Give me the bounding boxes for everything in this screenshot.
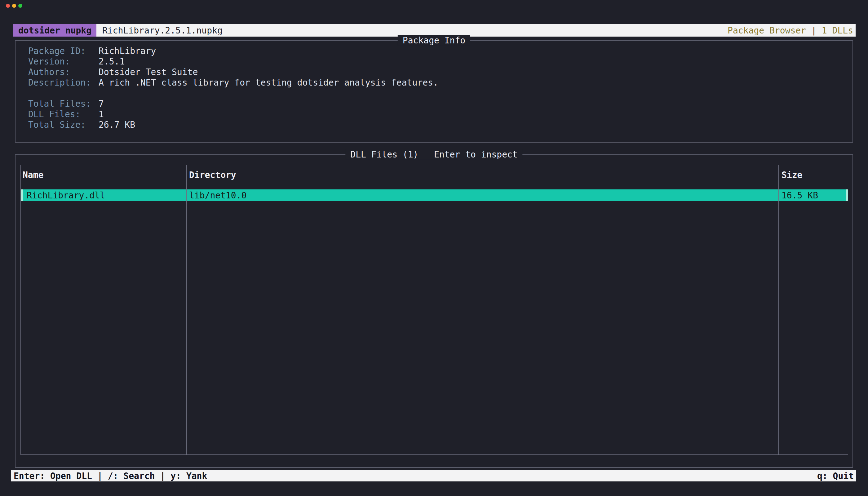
cell-dll-directory: lib/net10.0 — [186, 190, 778, 201]
column-header-size[interactable]: Size — [778, 170, 848, 180]
dll-files-panel: DLL Files (1) — Enter to inspect Name Di… — [15, 154, 853, 468]
field-value: A rich .NET class library for testing do… — [98, 78, 438, 88]
package-filename: RichLibrary.2.5.1.nupkg — [102, 26, 222, 36]
column-separator — [186, 165, 187, 454]
header-bar: dotsider nupkg RichLibrary.2.5.1.nupkg P… — [13, 24, 856, 36]
status-bar: Enter: Open DLL | /: Search | y: Yank q:… — [11, 470, 856, 481]
package-info-panel: Package Info Package ID:RichLibrary Vers… — [15, 40, 853, 143]
hint-separator: | — [97, 471, 103, 481]
cell-dll-size: 16.5 KB — [778, 190, 848, 201]
column-header-directory[interactable]: Directory — [186, 170, 778, 180]
field-package-id: Package ID:RichLibrary — [28, 46, 852, 57]
stat-total-size: Total Size:26.7 KB — [28, 120, 852, 130]
field-label: Authors: — [28, 67, 98, 78]
dll-table: Name Directory Size RichLibrary.dll lib/… — [20, 165, 848, 455]
field-value: RichLibrary — [98, 46, 156, 56]
minimize-icon[interactable] — [12, 4, 16, 8]
window-controls — [6, 4, 22, 8]
field-version: Version:2.5.1 — [28, 57, 852, 67]
stat-label: Total Size: — [28, 120, 98, 130]
header-separator: | — [811, 26, 817, 36]
package-info-title: Package Info — [398, 35, 470, 46]
hint-separator: | — [160, 471, 165, 481]
stat-total-files: Total Files:7 — [28, 98, 852, 109]
stat-label: Total Files: — [28, 98, 98, 109]
hint-open-dll[interactable]: Enter: Open DLL — [14, 471, 92, 481]
stat-value: 1 — [98, 109, 104, 119]
table-header-row: Name Directory Size — [21, 165, 848, 185]
header-title-bar: RichLibrary.2.5.1.nupkg Package Browser … — [96, 24, 856, 36]
dll-count-badge: 1 DLLs — [822, 26, 853, 36]
spacer — [28, 88, 852, 98]
hint-quit[interactable]: q: Quit — [817, 471, 854, 481]
cell-dll-name: RichLibrary.dll — [21, 190, 186, 201]
header-right-group: Package Browser | 1 DLLs — [728, 26, 853, 36]
app-badge: dotsider nupkg — [13, 24, 96, 36]
column-separator — [778, 165, 779, 454]
close-icon[interactable] — [6, 4, 10, 8]
hint-yank[interactable]: y: Yank — [170, 471, 207, 481]
field-value: 2.5.1 — [98, 57, 125, 67]
column-header-name[interactable]: Name — [21, 170, 186, 180]
mode-label: Package Browser — [728, 26, 806, 36]
stat-label: DLL Files: — [28, 109, 98, 120]
status-hints-group: Enter: Open DLL | /: Search | y: Yank — [14, 471, 207, 481]
table-row[interactable]: RichLibrary.dll lib/net10.0 16.5 KB — [21, 189, 848, 201]
stat-value: 26.7 KB — [98, 120, 135, 130]
hint-search[interactable]: /: Search — [108, 471, 155, 481]
field-description: Description:A rich .NET class library fo… — [28, 78, 852, 88]
field-value: Dotsider Test Suite — [98, 67, 198, 77]
stat-value: 7 — [98, 98, 104, 109]
field-label: Version: — [28, 57, 98, 67]
field-authors: Authors:Dotsider Test Suite — [28, 67, 852, 78]
field-label: Package ID: — [28, 46, 98, 57]
stat-dll-files: DLL Files:1 — [28, 109, 852, 120]
field-label: Description: — [28, 78, 98, 88]
package-info-body: Package ID:RichLibrary Version:2.5.1 Aut… — [16, 41, 852, 130]
zoom-icon[interactable] — [18, 4, 22, 8]
dll-files-title: DLL Files (1) — Enter to inspect — [345, 150, 522, 160]
